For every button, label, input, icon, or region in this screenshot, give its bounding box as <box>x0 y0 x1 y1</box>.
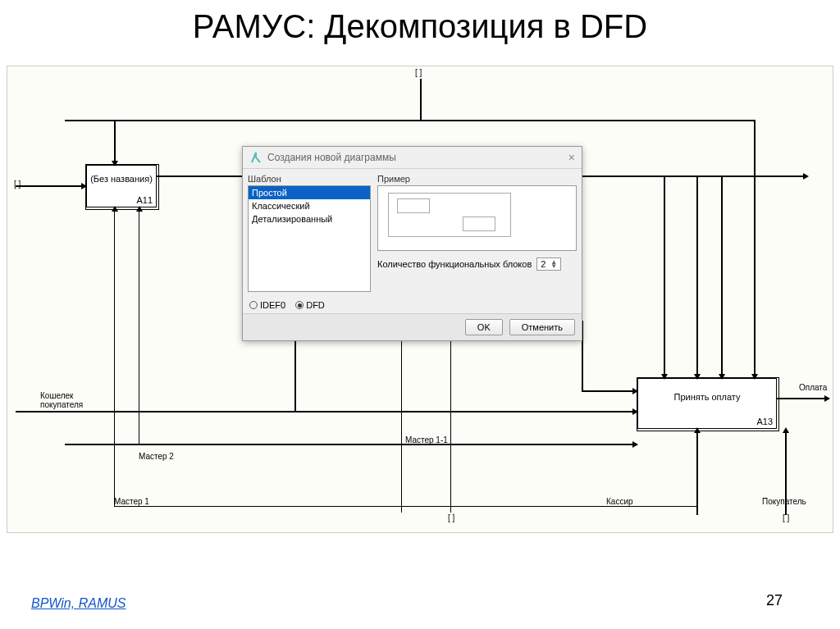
new-diagram-dialog[interactable]: Создания новой диаграммы × Шаблон Просто… <box>242 146 582 341</box>
footer-link[interactable]: BPWin, RAMUS <box>31 596 126 611</box>
spinner-arrows-icon[interactable]: ▲▼ <box>550 260 557 268</box>
template-label: Шаблон <box>248 174 371 184</box>
template-item-detailed[interactable]: Детализированный <box>249 212 370 226</box>
preview-label: Пример <box>377 174 577 184</box>
tunnel-bottom-a12: [ ] <box>448 513 454 522</box>
label-master1: Мастер 1 <box>114 497 149 506</box>
radio-dfd[interactable]: DFD <box>295 300 325 310</box>
radio-dfd-label: DFD <box>306 300 325 310</box>
preview-box <box>377 185 577 251</box>
label-payment: Оплата <box>799 383 827 392</box>
page-title: РАМУС: Декомпозиция в DFD <box>0 8 840 45</box>
label-wallet: Кошелек покупателя <box>40 391 83 409</box>
label-buyer: Покупатель <box>762 497 806 506</box>
box-a11: (Без названия) А11 <box>86 165 157 207</box>
template-listbox[interactable]: Простой Классический Детализированный <box>248 185 371 292</box>
template-item-classic[interactable]: Классический <box>249 199 370 212</box>
tunnel-top: [ ] <box>415 68 422 77</box>
label-cashier: Кассир <box>606 497 633 506</box>
box-a11-label: (Без названия) <box>90 174 153 184</box>
box-a13-id: А13 <box>756 417 773 426</box>
radio-idef0-label: IDEF0 <box>260 300 285 310</box>
label-master2: Мастер 2 <box>139 452 174 461</box>
tunnel-left: [ ] <box>14 180 21 189</box>
app-icon <box>249 151 262 164</box>
radio-idef0[interactable]: IDEF0 <box>249 300 285 310</box>
box-a13-label: Принять оплату <box>673 392 740 402</box>
dialog-title: Создания новой диаграммы <box>267 152 396 163</box>
block-count-label: Количество функциональных блоков <box>377 259 532 269</box>
box-a13: Принять оплату А13 <box>637 378 777 429</box>
page-number: 27 <box>766 592 783 609</box>
cancel-button[interactable]: Отменить <box>509 319 575 335</box>
block-count-value: 2 <box>541 259 546 269</box>
template-item-simple[interactable]: Простой <box>249 186 370 199</box>
label-master11: Мастер 1-1 <box>405 435 448 444</box>
dialog-titlebar[interactable]: Создания новой диаграммы × <box>243 147 582 169</box>
ok-button[interactable]: OK <box>465 319 503 335</box>
box-a11-id: А11 <box>136 195 153 205</box>
block-count-spinner[interactable]: 2 ▲▼ <box>536 258 561 271</box>
close-icon[interactable]: × <box>568 151 575 164</box>
